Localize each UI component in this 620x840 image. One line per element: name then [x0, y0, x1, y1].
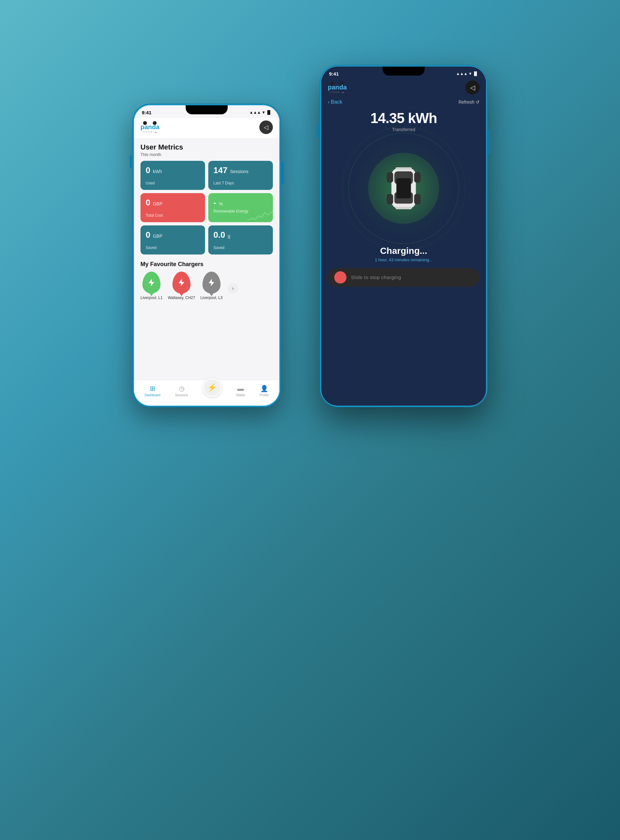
nav-sessions[interactable]: ◷ Sessions: [175, 385, 188, 397]
metrics-grid: 0 kWh Used 147 Sessions Last 7 Days: [140, 161, 273, 254]
sub-nav-right: ‹ Back Refresh ↺: [321, 97, 486, 107]
metric-unit-sessions: Sessions: [230, 169, 248, 174]
metric-label-saved-gbp: Saved: [146, 245, 200, 250]
phones-container: 9:41 ▲▲▲ ▾ ▐▌ panda cloud ☁: [132, 65, 488, 775]
slide-to-stop-button[interactable]: Slide to stop charging: [328, 268, 480, 287]
metric-card-saved-g[interactable]: 0.0 g Saved: [208, 226, 273, 254]
phone-left-inner: 9:41 ▲▲▲ ▾ ▐▌ panda cloud ☁: [134, 105, 279, 406]
charger-name-1: Liverpool, L1: [140, 295, 163, 300]
metric-label-saved-g: Saved: [214, 245, 268, 250]
charger-item-2[interactable]: Wallasey, CH27: [168, 272, 196, 300]
energy-value: 14.35 kWh: [321, 110, 486, 126]
avatar-button-left[interactable]: ◁: [259, 120, 273, 134]
status-icons-left: ▲▲▲ ▾ ▐▌: [249, 110, 272, 114]
charging-time-remaining: 1 hour, 43 minutes remaining...: [321, 257, 486, 262]
avatar-icon-right: ◁: [470, 84, 475, 92]
charger-pin-2: [172, 272, 191, 294]
metric-card-cost[interactable]: 0 GBP Total Cost: [140, 193, 205, 222]
metric-card-saved-gbp[interactable]: 0 GBP Saved: [140, 226, 205, 254]
metric-card-sessions[interactable]: 147 Sessions Last 7 Days: [208, 161, 273, 190]
nav-profile[interactable]: 👤 Profile: [260, 385, 269, 397]
car-glow-outer: [352, 137, 455, 240]
charger-pin-3: [202, 272, 221, 294]
lightning-icon-2: [177, 278, 186, 287]
metric-top-saved-gbp: 0 GBP: [146, 230, 200, 240]
metrics-title: User Metrics: [140, 143, 273, 152]
lightning-icon-1: [147, 278, 156, 287]
metric-label-sessions: Last 7 Days: [214, 181, 268, 185]
slide-text: Slide to stop charging: [351, 274, 401, 280]
metric-top-kwh: 0 kWh: [146, 166, 200, 175]
battery-icon-left: ▐▌: [266, 110, 272, 114]
car-illustration: [379, 156, 428, 221]
logo-cloud-right: cloud ☁: [330, 90, 345, 94]
metric-card-kwh[interactable]: 0 kWh Used: [140, 161, 205, 190]
refresh-icon: ↺: [476, 99, 480, 105]
nav-dashboard-label: Dashboard: [144, 393, 161, 397]
svg-rect-5: [414, 172, 421, 183]
logo-face-right: panda: [328, 84, 347, 90]
metric-top-renewable: - %: [214, 198, 268, 208]
metric-top-saved-g: 0.0 g: [214, 230, 268, 240]
charger-name-2: Wallasey, CH27: [168, 295, 196, 300]
charger-item-3[interactable]: Liverpool, L3: [200, 272, 223, 300]
car-glow-inner: [368, 153, 439, 224]
svg-rect-3: [397, 178, 411, 198]
lightning-icon-3: [207, 278, 216, 287]
time-right: 9:41: [329, 71, 339, 77]
metric-unit-renewable: %: [219, 201, 223, 206]
app-header-left: panda cloud ☁ ◁: [134, 118, 279, 138]
metric-value-saved-g: 0.0: [214, 230, 225, 240]
metric-value-renewable: -: [214, 198, 216, 208]
metric-label-cost: Total Cost: [146, 213, 200, 218]
battery-icon-right: ▐▌: [473, 71, 478, 76]
metric-value-sessions: 147: [214, 166, 227, 175]
car-section: [321, 133, 486, 243]
nav-wallet-label: Wallet: [236, 393, 245, 397]
more-chargers-button[interactable]: ›: [228, 283, 238, 294]
bottom-nav-left: ⊞ Dashboard ◷ Sessions ⚡ ▬ Wallet 👤 Prof…: [134, 380, 279, 406]
charger-name-3: Liverpool, L3: [200, 295, 223, 300]
profile-icon: 👤: [260, 385, 268, 392]
refresh-label: Refresh: [459, 99, 474, 105]
signal-icon-left: ▲▲▲: [249, 110, 261, 114]
favourites-title: My Favourite Chargers: [140, 261, 273, 268]
phone-right-inner: 9:41 ▲▲▲ ▾ ▐▌ panda clo: [321, 66, 486, 406]
nav-sessions-label: Sessions: [175, 393, 188, 397]
panda-logo-right: panda cloud ☁: [328, 81, 347, 94]
nav-wallet[interactable]: ▬ Wallet: [236, 385, 245, 397]
metric-value-saved-gbp: 0: [146, 230, 150, 240]
charger-pin-1: [142, 272, 161, 294]
avatar-button-right[interactable]: ◁: [465, 80, 480, 95]
time-left: 9:41: [142, 110, 152, 115]
charger-item-1[interactable]: Liverpool, L1: [140, 272, 163, 300]
svg-rect-0: [392, 168, 416, 208]
svg-rect-7: [414, 194, 421, 205]
signal-icon-right: ▲▲▲: [456, 71, 468, 76]
wifi-icon-left: ▾: [263, 110, 265, 114]
metric-value-cost: 0: [146, 198, 150, 208]
nav-fab-charge[interactable]: ⚡: [203, 378, 221, 397]
slide-dot-icon: [334, 271, 346, 283]
nav-profile-label: Profile: [260, 393, 269, 397]
metric-top-cost: 0 GBP: [146, 198, 200, 208]
refresh-button[interactable]: Refresh ↺: [459, 99, 480, 105]
panda-logo-left: panda cloud ☁: [140, 121, 160, 133]
svg-rect-4: [387, 172, 393, 183]
back-button[interactable]: ‹ Back: [328, 99, 342, 105]
status-icons-right: ▲▲▲ ▾ ▐▌: [456, 71, 478, 76]
avatar-icon-left: ◁: [264, 124, 268, 131]
wifi-icon-right: ▾: [469, 71, 471, 76]
metric-card-renewable[interactable]: - % Reneweable Energy: [208, 193, 273, 222]
right-content: 9:41 ▲▲▲ ▾ ▐▌ panda clo: [321, 66, 486, 406]
app-header-right: panda cloud ☁ ◁: [321, 79, 486, 97]
chevron-right-icon: ›: [232, 286, 233, 291]
metric-value-kwh: 0: [146, 166, 150, 175]
fab-lightning-icon: ⚡: [207, 383, 217, 392]
svg-rect-6: [387, 194, 393, 205]
nav-dashboard[interactable]: ⊞ Dashboard: [144, 385, 161, 397]
metric-label-kwh: Used: [146, 181, 200, 185]
metric-unit-cost: GBP: [153, 201, 163, 206]
sessions-icon: ◷: [179, 385, 184, 392]
metric-unit-kwh: kWh: [153, 169, 162, 174]
